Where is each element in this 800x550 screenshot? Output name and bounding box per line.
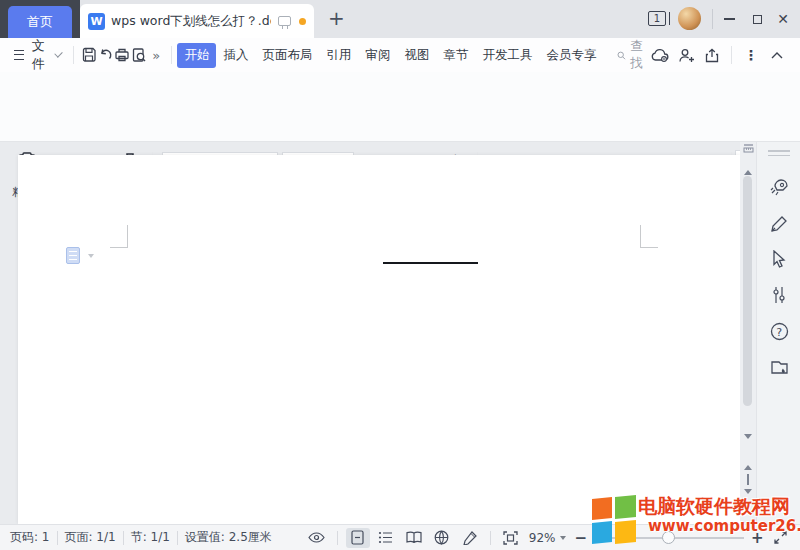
- more-options-icon[interactable]: ⋮: [738, 43, 764, 67]
- sidebar-drag-handle[interactable]: [768, 150, 790, 159]
- window-tab-bar: 首页 W wps word下划线怎么打？.docx + 1 ✕: [0, 0, 800, 38]
- search-icon: [617, 49, 626, 62]
- previous-page-icon[interactable]: [742, 457, 754, 465]
- cloud-sync-icon[interactable]: [647, 43, 673, 67]
- hot-docs-icon[interactable]: [768, 356, 790, 378]
- status-margin-setting[interactable]: 设置值: 2.5厘米: [185, 529, 272, 546]
- quick-tools-rocket-icon[interactable]: [768, 176, 790, 198]
- document-tab-title: wps word下划线怎么打？.docx: [111, 13, 271, 30]
- paragraph-format-dropdown-icon[interactable]: [88, 254, 94, 258]
- menu-tab-section[interactable]: 章节: [436, 43, 475, 68]
- hamburger-icon[interactable]: [14, 50, 24, 60]
- new-tab-button[interactable]: +: [328, 8, 345, 28]
- share-icon[interactable]: [699, 43, 725, 67]
- quick-toolbar-more[interactable]: »: [148, 43, 165, 67]
- wps-logo-icon: W: [88, 13, 105, 30]
- home-tab-label: 首页: [27, 13, 53, 31]
- document-page[interactable]: [18, 155, 740, 524]
- next-page-icon[interactable]: [742, 495, 754, 503]
- print-preview-button[interactable]: [131, 43, 148, 67]
- zoom-slider[interactable]: [594, 537, 744, 539]
- collapse-ribbon-icon[interactable]: [764, 43, 790, 67]
- status-section[interactable]: 节: 1/1: [131, 529, 170, 546]
- menu-tab-home[interactable]: 开始: [177, 43, 216, 68]
- document-tab[interactable]: W wps word下划线怎么打？.docx: [80, 4, 314, 38]
- status-bar: 页码: 1 页面: 1/1 节: 1/1 设置值: 2.5厘米 92%: [0, 524, 800, 550]
- help-icon[interactable]: ?: [768, 320, 790, 342]
- screen-share-icon: [278, 16, 291, 26]
- wps-writer-window: 首页 W wps word下划线怎么打？.docx + 1 ✕ 文件: [0, 0, 800, 550]
- spell-check-eye-icon[interactable]: [305, 528, 329, 548]
- menu-tab-dev-tools[interactable]: 开发工具: [475, 43, 539, 68]
- paragraph-format-icon[interactable]: [66, 247, 80, 264]
- maximize-button[interactable]: [746, 8, 768, 30]
- zoom-slider-handle[interactable]: [662, 531, 675, 544]
- print-button[interactable]: [114, 43, 131, 67]
- status-page-number[interactable]: 页码: 1: [10, 529, 50, 546]
- close-button[interactable]: ✕: [772, 8, 794, 30]
- settings-sliders-icon[interactable]: [768, 284, 790, 306]
- ruler-toggle-icon[interactable]: [742, 144, 754, 153]
- minimize-button[interactable]: [718, 8, 740, 30]
- zoom-percentage[interactable]: 92%: [529, 531, 556, 545]
- scrollbar-thumb[interactable]: [743, 176, 752, 406]
- fullscreen-toggle-icon[interactable]: [769, 528, 793, 548]
- invite-user-icon[interactable]: [673, 43, 699, 67]
- menu-tab-member[interactable]: 会员专享: [539, 43, 603, 68]
- user-avatar[interactable]: [678, 7, 701, 30]
- typed-underline-text[interactable]: [383, 262, 478, 264]
- select-cursor-icon[interactable]: [768, 248, 790, 270]
- divider: [731, 46, 732, 64]
- window-list-lines-icon: [669, 12, 672, 25]
- read-mode-icon[interactable]: [402, 528, 426, 548]
- zoom-out-button[interactable]: −: [574, 529, 587, 547]
- undo-button[interactable]: [97, 43, 114, 67]
- divider: [73, 46, 74, 64]
- save-button[interactable]: [80, 43, 97, 67]
- svg-text:?: ?: [776, 325, 782, 338]
- menu-tab-references[interactable]: 引用: [319, 43, 358, 68]
- home-tab-button[interactable]: 首页: [8, 6, 72, 38]
- web-layout-icon[interactable]: [430, 528, 454, 548]
- zoom-in-button[interactable]: +: [751, 529, 764, 547]
- find-button[interactable]: 查找: [617, 38, 647, 72]
- file-chevron-down-icon[interactable]: [54, 49, 63, 58]
- menu-tab-view[interactable]: 视图: [397, 43, 436, 68]
- margin-mark-top-left: [110, 225, 128, 248]
- menu-tab-page-layout[interactable]: 页面布局: [255, 43, 319, 68]
- titlebar-separator: [712, 9, 713, 29]
- select-browse-object-icon[interactable]: [742, 476, 754, 484]
- find-label: 查找: [630, 38, 647, 72]
- divider: [171, 46, 172, 64]
- scroll-down-icon[interactable]: [742, 440, 754, 448]
- zoom-dropdown-icon[interactable]: [560, 536, 566, 540]
- edit-pen-icon[interactable]: [768, 212, 790, 234]
- fit-page-icon[interactable]: [499, 528, 523, 548]
- menu-tab-review[interactable]: 审阅: [358, 43, 397, 68]
- file-menu[interactable]: 文件: [32, 37, 50, 73]
- scroll-up-icon[interactable]: [742, 162, 754, 170]
- window-list-icon[interactable]: 1: [648, 11, 666, 26]
- menu-tab-insert[interactable]: 插入: [216, 43, 255, 68]
- unsaved-dot-icon: [299, 18, 306, 25]
- margin-mark-top-right: [640, 225, 658, 248]
- outline-view-icon[interactable]: [374, 528, 398, 548]
- page-view-icon[interactable]: [346, 528, 370, 548]
- status-page-count[interactable]: 页面: 1/1: [65, 529, 116, 546]
- ink-pen-icon[interactable]: [458, 528, 482, 548]
- ribbon-toolbar: 粘贴 剪切 复制 格式刷 Calibri (正文) 五号 A+ A- wén 文…: [0, 72, 800, 142]
- menu-bar: 文件 » 开始 插入 页面布局 引用 审阅 视图 章节 开发工具 会员专享 查找: [0, 38, 800, 72]
